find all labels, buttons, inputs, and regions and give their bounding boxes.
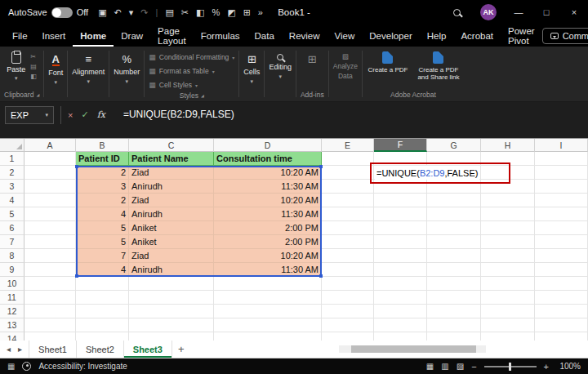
macro-record-icon[interactable]: ▦ (7, 362, 15, 371)
cell-I13[interactable] (535, 318, 588, 332)
undo-icon[interactable]: ↶ (114, 7, 122, 18)
cell-I4[interactable] (535, 194, 588, 207)
cell-I12[interactable] (535, 305, 588, 318)
zoom-level[interactable]: 100% (556, 362, 581, 371)
cell-D11[interactable] (214, 291, 322, 305)
cell-H1[interactable] (481, 152, 535, 166)
new-sheet-button[interactable]: + (172, 341, 190, 358)
cut-icon[interactable]: ✂ (181, 7, 189, 18)
styles-button-conditional-formatting[interactable]: ▦Conditional Formatting▾ (149, 51, 234, 64)
cell-B12[interactable] (76, 305, 129, 318)
cell-F3[interactable] (374, 180, 427, 194)
cell-D3[interactable]: 11:30 AM (214, 180, 322, 194)
col-header-F[interactable]: F (374, 139, 427, 152)
cell-B6[interactable]: 5 (76, 221, 129, 235)
cell-C13[interactable] (129, 318, 214, 332)
cell-G12[interactable] (427, 305, 481, 318)
cell-C1[interactable]: Patient Name (129, 152, 214, 166)
cell-E3[interactable] (322, 180, 374, 194)
cell-G6[interactable] (427, 221, 481, 235)
create-pdf-button[interactable]: Create a PDF (367, 51, 409, 81)
cell-E9[interactable] (322, 263, 374, 277)
col-header-H[interactable]: H (481, 139, 535, 152)
autosave-toggle[interactable]: AutoSave Off (0, 7, 95, 18)
cell-H4[interactable] (481, 194, 535, 207)
row-header-3[interactable]: 3 (0, 180, 24, 194)
ribbon-tab-developer[interactable]: Developer (362, 24, 419, 47)
cell-E8[interactable] (322, 249, 374, 263)
sheet-tab-sheet3[interactable]: Sheet3 (124, 341, 172, 358)
cell-B9[interactable]: 4 (76, 263, 129, 277)
cell-G9[interactable] (427, 263, 481, 277)
cell-B8[interactable]: 7 (76, 249, 129, 263)
row-header-9[interactable]: 9 (0, 263, 24, 277)
horizontal-scrollbar-thumb[interactable] (351, 345, 476, 353)
cell-G14[interactable] (427, 332, 481, 341)
cell-E11[interactable] (322, 291, 374, 305)
more-commands-icon[interactable]: » (258, 7, 263, 17)
row-header-10[interactable]: 10 (0, 277, 24, 291)
cell-E2[interactable] (322, 166, 374, 180)
cell-A8[interactable] (24, 249, 76, 263)
row-header-8[interactable]: 8 (0, 249, 24, 263)
sheet-tab-sheet1[interactable]: Sheet1 (29, 341, 77, 358)
ribbon-tab-home[interactable]: Home (73, 24, 114, 47)
row-header-14[interactable]: 14 (0, 332, 24, 341)
zoom-slider[interactable] (484, 366, 537, 367)
cell-B7[interactable]: 5 (76, 235, 129, 249)
cell-A4[interactable] (24, 194, 76, 207)
cell-G11[interactable] (427, 291, 481, 305)
cell-F8[interactable] (374, 249, 427, 263)
cell-G7[interactable] (427, 235, 481, 249)
formula-input[interactable]: =UNIQUE(B2:D9,FALSE) (123, 109, 234, 120)
cell-E14[interactable] (322, 332, 374, 341)
cell-D2[interactable]: 10:20 AM (214, 166, 322, 180)
copy-icon[interactable]: ▤ (30, 63, 37, 70)
cell-D7[interactable]: 2:00 PM (214, 235, 322, 249)
cell-H2[interactable] (481, 166, 535, 180)
name-box[interactable]: EXP ▾ (5, 106, 54, 124)
cell-F10[interactable] (374, 277, 427, 291)
page-break-view-icon[interactable]: ▨ (457, 362, 464, 371)
cell-H3[interactable] (481, 180, 535, 194)
cell-E5[interactable] (322, 207, 374, 221)
cell-G10[interactable] (427, 277, 481, 291)
cell-C6[interactable]: Aniket (129, 221, 214, 235)
clipboard-dialog-launcher-icon[interactable]: ◢ (36, 92, 39, 97)
enter-formula-button[interactable]: ✓ (81, 109, 88, 120)
cell-I2[interactable] (535, 166, 588, 180)
redo-icon[interactable]: ↷ (140, 7, 148, 18)
maximize-button[interactable]: □ (532, 0, 560, 24)
cell-C9[interactable]: Anirudh (129, 263, 214, 277)
cell-F13[interactable] (374, 318, 427, 332)
cell-C7[interactable]: Aniket (129, 235, 214, 249)
cell-F1[interactable] (374, 152, 427, 166)
cell-A9[interactable] (24, 263, 76, 277)
cell-H8[interactable] (481, 249, 535, 263)
row-header-4[interactable]: 4 (0, 194, 24, 207)
comments-button[interactable]: Comments (542, 28, 588, 44)
cell-E13[interactable] (322, 318, 374, 332)
cell-H10[interactable] (481, 277, 535, 291)
ribbon-tab-draw[interactable]: Draw (114, 24, 150, 47)
cell-G5[interactable] (427, 207, 481, 221)
ribbon-tab-insert[interactable]: Insert (35, 24, 74, 47)
format-painter-icon[interactable]: ◧ (30, 73, 37, 80)
col-header-G[interactable]: G (427, 139, 481, 152)
create-pdf-share-button[interactable]: Create a PDF and Share link (417, 51, 460, 81)
zoom-slider-knob[interactable] (509, 363, 511, 371)
cell-H5[interactable] (481, 207, 535, 221)
cell-B13[interactable] (76, 318, 129, 332)
cell-H9[interactable] (481, 263, 535, 277)
number-menu-button[interactable]: % Number ▾ (114, 54, 140, 85)
cell-E4[interactable] (322, 194, 374, 207)
cell-A3[interactable] (24, 180, 76, 194)
cell-F11[interactable] (374, 291, 427, 305)
ribbon-tab-formulas[interactable]: Formulas (194, 24, 247, 47)
ribbon-tab-help[interactable]: Help (420, 24, 454, 47)
cell-H13[interactable] (481, 318, 535, 332)
row-header-6[interactable]: 6 (0, 221, 24, 235)
cell-D9[interactable]: 11:30 AM (214, 263, 322, 277)
row-header-12[interactable]: 12 (0, 305, 24, 318)
cell-I7[interactable] (535, 235, 588, 249)
